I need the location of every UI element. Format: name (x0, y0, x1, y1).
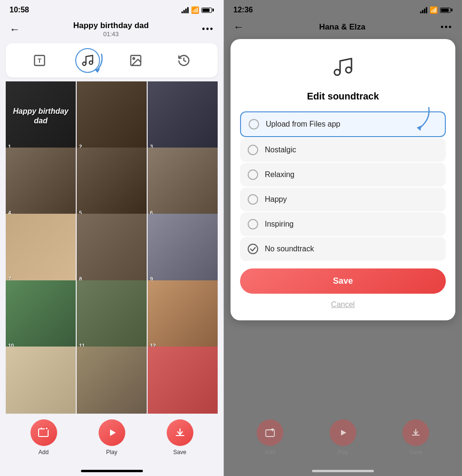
option-radio-relaxing (248, 169, 258, 180)
svg-point-11 (334, 69, 340, 75)
option-inspiring[interactable]: Inspiring (240, 212, 446, 236)
option-label-relaxing: Relaxing (265, 170, 294, 179)
signal-icon (181, 7, 189, 13)
right-nav-bar: ← Hana & Elza ••• (224, 17, 462, 39)
photo-cell-9[interactable]: 9 (148, 214, 218, 284)
option-check-no-soundtrack (248, 244, 258, 254)
right-play-action: Play (330, 419, 356, 456)
left-bottom-bar: Add Play Save (0, 414, 223, 470)
photo-cell-15[interactable] (148, 347, 218, 414)
right-play-button (330, 419, 356, 446)
svg-point-2 (82, 62, 86, 66)
option-upload-files[interactable]: Upload from Files app (240, 111, 446, 137)
option-relaxing[interactable]: Relaxing (240, 163, 446, 187)
play-label: Play (106, 449, 117, 456)
photo-cell-5[interactable]: 5 (77, 148, 147, 218)
history-tool-button[interactable] (171, 48, 196, 73)
modal-save-button[interactable]: Save (240, 268, 446, 294)
music-tool-button[interactable] (75, 48, 100, 73)
left-title: Happy birthday dad (73, 21, 149, 30)
option-nostalgic[interactable]: Nostalgic (240, 138, 446, 162)
left-status-bar: 10:58 📶 (0, 0, 223, 17)
right-add-label: Add (265, 449, 275, 456)
left-toolbar: T (6, 43, 218, 78)
add-action[interactable]: Add (30, 419, 57, 456)
play-action[interactable]: Play (99, 419, 125, 456)
save-button-left[interactable] (167, 419, 193, 446)
right-time: 12:36 (233, 6, 253, 14)
right-more-button[interactable]: ••• (441, 22, 452, 32)
add-label: Add (39, 449, 49, 456)
save-label: Save (173, 449, 186, 456)
left-time: 10:58 (10, 6, 29, 14)
right-bottom-bar: Add Play Save (224, 410, 462, 470)
edit-soundtrack-modal: Edit soundtrack Upload from Files app No… (231, 39, 455, 320)
option-radio-inspiring (248, 219, 258, 229)
photo-cell-10[interactable]: 10 (6, 280, 76, 350)
option-radio-happy (248, 194, 258, 205)
left-back-button[interactable]: ← (10, 23, 20, 36)
photo-cell-2[interactable]: 2 (77, 81, 147, 151)
right-status-bar: 12:36 📶 (224, 0, 462, 17)
right-back-button[interactable]: ← (233, 21, 244, 33)
play-button[interactable] (99, 419, 125, 446)
photo-1-text: Happy birthday dad (9, 107, 72, 127)
left-home-indicator (81, 470, 143, 472)
add-button[interactable] (30, 419, 57, 446)
option-label-nostalgic: Nostalgic (265, 146, 296, 154)
photo-cell-8[interactable]: 8 (77, 214, 147, 284)
left-nav-bar: ← Happy birthday dad 01:43 ••• (0, 17, 223, 41)
photo-cell-13[interactable] (6, 347, 76, 414)
photo-tool-button[interactable] (123, 48, 148, 73)
option-no-soundtrack[interactable]: No soundtrack (240, 237, 446, 261)
photo-cell-7[interactable]: 7 (6, 214, 76, 284)
right-home-indicator (312, 470, 374, 472)
modal-music-icon (240, 52, 446, 84)
right-save-button (402, 419, 429, 446)
svg-point-3 (89, 61, 92, 64)
left-nav-title: Happy birthday dad 01:43 (73, 21, 149, 38)
photo-cell-3[interactable]: 3 (148, 81, 218, 151)
svg-rect-13 (266, 430, 274, 436)
option-radio-upload (249, 119, 259, 129)
right-add-action: Add (257, 419, 283, 456)
svg-text:T: T (38, 57, 41, 64)
option-label-happy: Happy (265, 195, 287, 204)
right-play-label: Play (337, 449, 348, 456)
left-more-button[interactable]: ••• (202, 24, 214, 34)
left-status-icons: 📶 (181, 6, 214, 14)
right-add-button (257, 419, 283, 446)
text-tool-button[interactable]: T (27, 48, 52, 73)
photo-cell-4[interactable]: 4 (6, 148, 76, 218)
modal-title: Edit soundtrack (240, 91, 446, 102)
right-signal-icon (420, 7, 427, 13)
photo-grid: Happy birthday dad 1 2 3 4 5 6 7 (0, 79, 223, 414)
right-save-action: Save (402, 419, 429, 456)
svg-point-5 (133, 58, 135, 60)
option-label-upload: Upload from Files app (266, 120, 341, 129)
option-list: Upload from Files app Nostalgic Relaxing… (240, 111, 446, 261)
modal-cancel-link[interactable]: Cancel (240, 300, 446, 309)
right-phone: 12:36 📶 ← Hana & Elza ••• (224, 0, 462, 476)
right-save-label: Save (410, 449, 422, 456)
svg-marker-9 (110, 429, 116, 436)
left-phone: 10:58 📶 ← Happy birthday dad 01:43 ••• (0, 0, 224, 476)
battery-icon (201, 8, 214, 13)
photo-cell-12[interactable]: 12 (148, 280, 218, 350)
photo-cell-6[interactable]: 6 (148, 148, 218, 218)
svg-point-12 (346, 67, 352, 73)
option-radio-nostalgic (248, 145, 258, 155)
option-happy[interactable]: Happy (240, 188, 446, 211)
photo-cell-11[interactable]: 11 (77, 280, 147, 350)
right-battery-icon (440, 8, 452, 13)
save-action[interactable]: Save (167, 419, 193, 456)
right-wifi-icon: 📶 (430, 6, 438, 14)
svg-marker-14 (341, 430, 346, 436)
wifi-icon: 📶 (191, 6, 199, 14)
right-title: Hana & Elza (319, 22, 365, 32)
photo-cell-1[interactable]: Happy birthday dad 1 (6, 81, 76, 151)
photo-cell-14[interactable] (77, 347, 147, 414)
option-label-no-soundtrack: No soundtrack (265, 245, 314, 253)
right-status-icons: 📶 (420, 6, 452, 14)
option-label-inspiring: Inspiring (265, 220, 293, 228)
